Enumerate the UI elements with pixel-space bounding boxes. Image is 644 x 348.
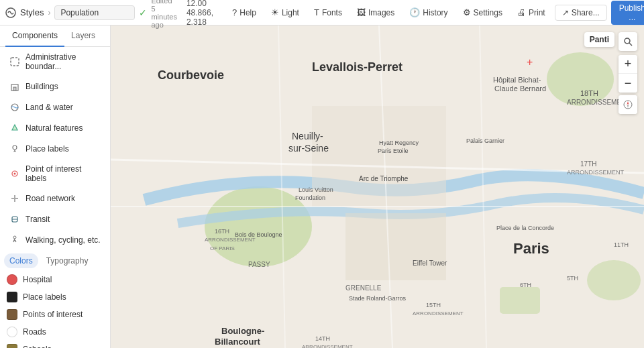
svg-text:Arc de Triomphe: Arc de Triomphe [359, 175, 409, 182]
images-button[interactable]: 🖼 Images [352, 5, 400, 20]
layer-item-road[interactable]: Road network [3, 188, 107, 209]
color-item-schools[interactable]: Schools [0, 341, 110, 348]
layer-tabs: Components Layers [0, 25, 110, 47]
svg-text:Billancourt: Billancourt [215, 337, 261, 347]
save-status-icon: ✓ [139, 7, 147, 18]
zoom-controls: + − [619, 55, 637, 93]
svg-text:14TH: 14TH [315, 335, 330, 342]
color-item-hospital[interactable]: Hospital [0, 271, 110, 288]
tab-typography[interactable]: Typography [41, 253, 94, 268]
settings-label: Settings [474, 8, 502, 17]
svg-text:ARRONDISSEMENT: ARRONDISSEMENT [302, 344, 353, 348]
svg-point-13 [587, 260, 641, 300]
topbar: Styles › ✓ Edited 5 minutes ago 12.00 48… [0, 0, 644, 25]
svg-text:Foundation: Foundation [295, 194, 325, 201]
tab-layers[interactable]: Layers [64, 25, 102, 47]
sidebar: Components Layers Administrative boundar… [0, 25, 111, 348]
layer-list: Administrative boundar... Buildings Land… [0, 47, 110, 251]
hospital-swatch [7, 274, 17, 285]
compass-group [619, 95, 637, 114]
edited-label: Edited 5 minutes ago [151, 0, 177, 29]
svg-text:Boulogne-: Boulogne- [221, 326, 264, 336]
svg-text:16TH: 16TH [215, 228, 229, 235]
share-label: Share... [572, 8, 600, 17]
svg-text:5TH: 5TH [567, 275, 578, 282]
place-icon [9, 143, 20, 154]
settings-button[interactable]: ⚙ Settings [458, 5, 508, 20]
layer-label-walking: Walking, cycling, etc. [25, 235, 101, 245]
layer-label-natural: Natural features [25, 123, 83, 133]
layer-item-admin[interactable]: Administrative boundar... [3, 48, 107, 76]
svg-point-9 [13, 236, 16, 239]
layer-label-admin: Administrative boundar... [25, 52, 101, 71]
svg-text:GRENELLE: GRENELLE [345, 284, 382, 292]
layer-label-transit: Transit [25, 215, 50, 224]
layer-item-place-labels[interactable]: Place labels [3, 139, 107, 159]
place-labels-label: Place labels [23, 292, 66, 302]
print-button[interactable]: 🖨 Print [512, 5, 551, 20]
map-coords: 12.00 48.866, 2.318 [186, 0, 213, 27]
color-item-place-labels[interactable]: Place labels [0, 288, 110, 306]
color-item-points-of-interest[interactable]: Points of interest [0, 306, 110, 323]
style-name-input[interactable] [54, 5, 135, 20]
tab-colors[interactable]: Colors [4, 253, 38, 268]
layer-item-buildings[interactable]: Buildings [3, 76, 107, 97]
layer-label-place: Place labels [25, 144, 69, 154]
zoom-out-button[interactable]: − [619, 74, 637, 93]
light-label: Light [282, 8, 299, 17]
app-logo[interactable] [5, 6, 16, 19]
help-button[interactable]: ? Help [227, 5, 262, 20]
svg-point-5 [13, 146, 17, 150]
layer-item-transit[interactable]: Transit [3, 209, 107, 229]
images-label: Images [368, 8, 394, 17]
svg-text:Bois de Boulogne: Bois de Boulogne [235, 231, 282, 238]
place-labels-swatch [7, 292, 17, 302]
walking-icon [9, 235, 20, 245]
tab-components[interactable]: Components [5, 25, 64, 47]
svg-text:Neuilly-: Neuilly- [292, 131, 323, 141]
breadcrumb-chevron: › [48, 8, 50, 17]
settings-icon: ⚙ [463, 7, 471, 17]
compass-button[interactable] [619, 95, 637, 114]
history-icon: 🕐 [409, 7, 420, 17]
layer-item-poi-labels[interactable]: Point of interest labels [3, 160, 107, 188]
svg-text:Courbevoie: Courbevoie [158, 68, 224, 82]
map-area[interactable]: Courbevoie Levallois-Perret Neuilly- sur… [111, 25, 644, 348]
map-search-button[interactable] [619, 32, 637, 51]
svg-text:PASSY: PASSY [248, 261, 270, 268]
svg-rect-16 [345, 213, 446, 280]
svg-text:Hyatt Regency: Hyatt Regency [379, 139, 419, 146]
fonts-label: Fonts [322, 8, 342, 17]
zoom-in-button[interactable]: + [619, 55, 637, 74]
poi-label: Points of interest [23, 310, 83, 319]
natural-icon [9, 123, 20, 133]
svg-text:Claude Bernard: Claude Bernard [494, 84, 546, 93]
share-button[interactable]: ↗ Share... [555, 5, 607, 21]
panti-label: Panti [590, 35, 609, 44]
svg-text:sur-Seine: sur-Seine [288, 143, 329, 154]
color-item-roads[interactable]: Roads [0, 323, 110, 341]
publish-button[interactable]: Publish ... [611, 1, 644, 25]
history-button[interactable]: 🕐 History [404, 5, 453, 20]
svg-text:17TH: 17TH [580, 160, 596, 168]
svg-text:Palais Garnier: Palais Garnier [466, 137, 504, 144]
light-button[interactable]: ☀ Light [266, 5, 305, 20]
svg-text:6TH: 6TH [520, 282, 531, 288]
svg-text:OF PARIS: OF PARIS [210, 245, 235, 251]
fonts-button[interactable]: T Fonts [309, 5, 347, 20]
layer-item-walking[interactable]: Walking, cycling, etc. [3, 230, 107, 250]
transit-icon [9, 214, 20, 225]
layer-label-buildings: Buildings [25, 82, 58, 91]
land-icon [9, 102, 20, 113]
fonts-icon: T [314, 7, 319, 17]
roads-swatch [7, 327, 17, 337]
svg-text:Paris Etoile: Paris Etoile [378, 148, 409, 154]
svg-text:18TH: 18TH [580, 89, 598, 97]
svg-rect-3 [13, 87, 16, 91]
layer-item-land-water[interactable]: Land & water [3, 97, 107, 117]
svg-text:15TH: 15TH [426, 302, 441, 308]
styles-label[interactable]: Styles [20, 7, 44, 17]
svg-text:ARRONDISSEMENT: ARRONDISSEMENT [567, 169, 625, 176]
layer-item-natural[interactable]: Natural features [3, 118, 107, 138]
svg-text:ARRONDISSEMENT: ARRONDISSEMENT [413, 310, 464, 316]
